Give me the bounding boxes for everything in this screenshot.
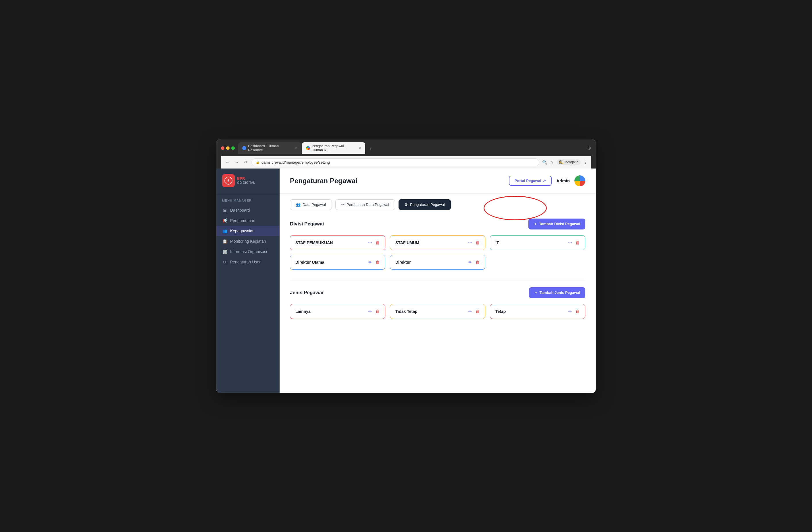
admin-name: Admin: [556, 178, 570, 183]
toolbar-right: 🔍 ☆ 🕵 Incognito ⋮: [542, 159, 588, 165]
sidebar-item-pengaturan-label: Pengaturan User: [230, 260, 261, 264]
sidebar-item-pengumuman[interactable]: 📢 Pengumuman: [216, 215, 279, 226]
incognito-label: Incognito: [564, 160, 578, 164]
edit-lainnya-icon[interactable]: ✏: [368, 309, 372, 314]
portal-pegawai-button[interactable]: Portal Pegawai ↗: [509, 176, 552, 186]
logo-box: 6 BPR GO DIGITAL: [222, 174, 274, 187]
delete-lainnya-icon[interactable]: 🗑: [376, 309, 380, 314]
tab-favicon-1: [242, 146, 246, 150]
new-tab-button[interactable]: ＋: [366, 144, 375, 154]
tambah-divisi-button[interactable]: ＋ Tambah Divisi Pegawai: [528, 219, 585, 229]
app-layout: 6 BPR GO DIGITAL Menu Manager ▣ Dashboar…: [216, 169, 596, 393]
admin-avatar[interactable]: [575, 176, 585, 186]
browser-menu-icon[interactable]: ⊕: [587, 145, 591, 151]
division-name-staf-pembukuan: STAF PEMBUKUAN: [295, 240, 333, 245]
portal-btn-label: Portal Pegawai: [514, 179, 541, 183]
tab-favicon-2: [306, 146, 310, 150]
delete-tetap-icon[interactable]: 🗑: [576, 309, 580, 314]
sidebar-item-informasi[interactable]: 🏢 Informasi Organisasi: [216, 247, 279, 257]
back-button[interactable]: ←: [224, 159, 231, 165]
content-area: Divisi Pegawai ＋ Tambah Divisi Pegawai S…: [279, 216, 596, 340]
tab-label-2: Pengaturan Pegawai | Human R...: [312, 144, 357, 152]
jenis-name-lainnya: Lainnya: [295, 309, 310, 314]
sidebar-item-pengaturan-user[interactable]: ⚙ Pengaturan User: [216, 257, 279, 267]
edit-direktur-utama-icon[interactable]: ✏: [368, 260, 372, 265]
jenis-card-tidak-tetap: Tidak Tetap ✏ 🗑: [390, 304, 485, 319]
sidebar-section-label: Menu Manager: [216, 199, 279, 205]
logo-sub: GO DIGITAL: [237, 181, 255, 185]
bookmark-icon[interactable]: ☆: [550, 160, 554, 165]
browser-tab-2[interactable]: Pengaturan Pegawai | Human R... ✕: [302, 142, 365, 154]
traffic-lights: [221, 146, 235, 150]
address-bar[interactable]: 🔒 dams.creva.id/manager/employee/setting: [251, 158, 539, 166]
jenis-section-title: Jenis Pegawai: [290, 290, 323, 296]
refresh-button[interactable]: ↻: [243, 159, 248, 165]
jenis-grid: Lainnya ✏ 🗑 Tidak Tetap ✏ 🗑: [290, 304, 585, 319]
sidebar-item-monitoring[interactable]: 📋 Monitoring Kegiatan: [216, 236, 279, 247]
incognito-icon: 🕵: [559, 160, 563, 164]
division-name-direktur-utama: Direktur Utama: [295, 260, 324, 265]
edit-staf-pembukuan-icon[interactable]: ✏: [368, 240, 372, 245]
division-card-staf-umum: STAF UMUM ✏ 🗑: [390, 235, 485, 250]
card-actions-staf-pembukuan: ✏ 🗑: [368, 240, 380, 245]
delete-staf-pembukuan-icon[interactable]: 🗑: [376, 240, 380, 245]
maximize-button[interactable]: [231, 146, 235, 150]
division-card-staf-pembukuan: STAF PEMBUKUAN ✏ 🗑: [290, 235, 385, 250]
tab-pengaturan-pegawai[interactable]: ⚙ Pengaturan Pegawai: [398, 199, 451, 210]
card-actions-direktur-utama: ✏ 🗑: [368, 260, 380, 265]
close-button[interactable]: [221, 146, 224, 150]
pengaturan-pegawai-tab-icon: ⚙: [405, 202, 408, 207]
delete-staf-umum-icon[interactable]: 🗑: [476, 240, 480, 245]
titlebar-top: Dashboard | Human Resource ✕ Pengaturan …: [221, 142, 591, 154]
logo-bpr: BPR: [237, 176, 255, 181]
minimize-button[interactable]: [226, 146, 230, 150]
tambah-divisi-label: Tambah Divisi Pegawai: [539, 222, 580, 226]
delete-it-icon[interactable]: 🗑: [576, 240, 580, 245]
tambah-jenis-label: Tambah Jenis Pegawai: [540, 291, 580, 295]
delete-direktur-icon[interactable]: 🗑: [476, 260, 480, 265]
dashboard-icon: ▣: [222, 208, 227, 212]
lock-icon: 🔒: [256, 160, 260, 164]
sidebar-item-pengumuman-label: Pengumuman: [230, 218, 255, 223]
edit-staf-umum-icon[interactable]: ✏: [468, 240, 472, 245]
sidebar-item-dashboard[interactable]: ▣ Dashboard: [216, 205, 279, 215]
edit-tetap-icon[interactable]: ✏: [568, 309, 572, 314]
header-right: Portal Pegawai ↗ Admin: [509, 176, 585, 186]
edit-tidak-tetap-icon[interactable]: ✏: [468, 309, 472, 314]
division-name-direktur: Direktur: [395, 260, 411, 265]
tambah-jenis-button[interactable]: ＋ Tambah Jenis Pegawai: [529, 287, 585, 298]
delete-direktur-utama-icon[interactable]: 🗑: [376, 260, 380, 265]
sidebar-item-kepegawaian-label: Kepegawaian: [230, 229, 255, 233]
browser-titlebar: Dashboard | Human Resource ✕ Pengaturan …: [216, 139, 596, 169]
informasi-icon: 🏢: [222, 249, 227, 254]
pengaturan-icon: ⚙: [222, 260, 227, 264]
sidebar-item-monitoring-label: Monitoring Kegiatan: [230, 239, 266, 243]
tab-data-pegawai[interactable]: 👥 Data Pegawai: [290, 199, 332, 210]
division-card-direktur-utama: Direktur Utama ✏ 🗑: [290, 255, 385, 270]
tab-close-1[interactable]: ✕: [295, 146, 298, 150]
tab-close-2[interactable]: ✕: [359, 146, 361, 150]
browser-more-icon[interactable]: ⋮: [583, 160, 588, 165]
jenis-name-tetap: Tetap: [495, 309, 506, 314]
main-content: Pengaturan Pegawai Portal Pegawai ↗ Admi…: [279, 169, 596, 393]
tambah-jenis-icon: ＋: [534, 290, 538, 295]
data-pegawai-tab-label: Data Pegawai: [303, 202, 326, 207]
jenis-card-tetap: Tetap ✏ 🗑: [490, 304, 585, 319]
jenis-section-header: Jenis Pegawai ＋ Tambah Jenis Pegawai: [290, 287, 585, 298]
perubahan-data-tab-label: Perubahan Data Pegawai: [347, 202, 389, 207]
logo-icon: 6: [222, 174, 235, 187]
jenis-card-lainnya: Lainnya ✏ 🗑: [290, 304, 385, 319]
edit-it-icon[interactable]: ✏: [568, 240, 572, 245]
tab-perubahan-data[interactable]: ✏ Perubahan Data Pegawai: [335, 199, 395, 210]
browser-tab-1[interactable]: Dashboard | Human Resource ✕: [238, 142, 301, 154]
edit-direktur-icon[interactable]: ✏: [468, 260, 472, 265]
division-card-direktur: Direktur ✏ 🗑: [390, 255, 485, 270]
sidebar-item-kepegawaian[interactable]: 👥 Kepegawaian: [216, 226, 279, 236]
search-icon[interactable]: 🔍: [542, 160, 547, 165]
perubahan-data-tab-icon: ✏: [342, 202, 345, 207]
forward-button[interactable]: →: [234, 159, 240, 165]
delete-tidak-tetap-icon[interactable]: 🗑: [476, 309, 480, 314]
logo-area: 6 BPR GO DIGITAL: [216, 174, 279, 194]
division-name-staf-umum: STAF UMUM: [395, 240, 419, 245]
card-actions-it: ✏ 🗑: [568, 240, 580, 245]
